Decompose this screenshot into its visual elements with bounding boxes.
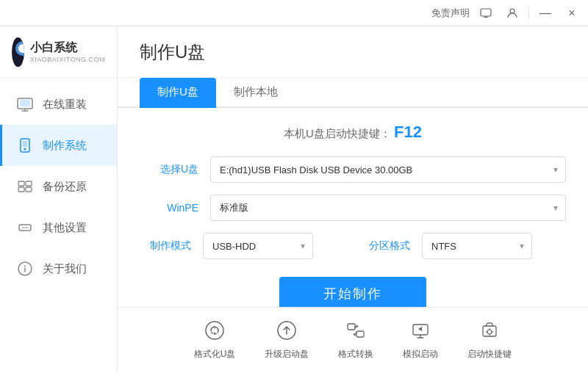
format-usb-icon (204, 320, 225, 344)
divider (528, 7, 529, 19)
toolbar-format-usb[interactable]: 格式化U盘 (194, 320, 236, 361)
content-area: 制作U盘 制作U盘 制作本地 本机U盘启动快捷键：F12 选择U盘 E:(hd1… (118, 26, 588, 373)
sidebar-item-about-us[interactable]: 关于我们 (0, 248, 117, 289)
window-controls: — × (476, 3, 582, 23)
winpe-row: WinPE 标准版 ▾ (140, 195, 566, 221)
title-bar: 免责声明 — × (0, 0, 588, 26)
make-system-icon (15, 135, 35, 156)
sidebar-label-online-reinstall: 在线重装 (43, 98, 87, 112)
toolbar-format-usb-label: 格式化U盘 (194, 348, 236, 361)
svg-rect-17 (356, 331, 364, 337)
svg-point-13 (24, 266, 26, 267)
winpe-label: WinPE (140, 202, 198, 214)
usb-select-value: E:(hd1)USB Flash Disk USB Device 30.00GB (220, 164, 412, 175)
toolbar-simulate-boot-label: 模拟启动 (403, 348, 438, 361)
logo-subtitle: XIAOBAIXITONG.COM (30, 56, 105, 63)
svg-rect-7 (18, 181, 24, 186)
svg-rect-16 (348, 324, 355, 330)
winpe-select-value: 标准版 (220, 201, 248, 214)
sidebar: 小白系统 XIAOBAIXITONG.COM 在线重装 制作系统 (0, 26, 118, 373)
logo-title: 小白系统 (30, 40, 105, 56)
logo-text: 小白系统 XIAOBAIXITONG.COM (30, 40, 105, 63)
close-button[interactable]: × (562, 3, 582, 23)
tab-make-local[interactable]: 制作本地 (216, 78, 295, 108)
partition-group: 分区格式 NTFS ▾ (359, 233, 566, 259)
bottom-toolbar: 格式化U盘 升级启动盘 格式转换 模拟启动 (118, 307, 588, 373)
toolbar-boot-shortcut[interactable]: 启动快捷键 (467, 320, 512, 361)
start-button[interactable]: 开始制作 (279, 277, 426, 311)
partition-dropdown-arrow: ▾ (520, 241, 524, 251)
page-header: 制作U盘 (118, 26, 588, 78)
simulate-boot-icon (410, 320, 431, 344)
shortcut-hint-text: 本机U盘启动快捷键： (284, 127, 391, 140)
toolbar-upgrade-boot[interactable]: 升级启动盘 (265, 320, 309, 361)
partition-select-control: NTFS ▾ (422, 233, 566, 259)
usb-select[interactable]: E:(hd1)USB Flash Disk USB Device 30.00GB… (210, 156, 566, 183)
toolbar-format-convert[interactable]: 格式转换 (338, 320, 373, 361)
svg-point-1 (510, 9, 514, 13)
toolbar-boot-shortcut-label: 启动快捷键 (467, 348, 512, 361)
usb-dropdown-arrow: ▾ (553, 164, 558, 175)
svg-rect-10 (26, 187, 32, 192)
backup-restore-icon (15, 176, 35, 197)
toolbar-format-convert-label: 格式转换 (338, 348, 373, 361)
toolbar-upgrade-boot-label: 升级启动盘 (265, 348, 309, 361)
about-us-icon (15, 258, 35, 279)
shortcut-key: F12 (394, 123, 422, 141)
online-reinstall-icon (15, 94, 35, 115)
winpe-select[interactable]: 标准版 ▾ (210, 195, 566, 221)
sidebar-item-make-system[interactable]: 制作系统 (0, 125, 117, 166)
sidebar-item-backup-restore[interactable]: 备份还原 (0, 166, 117, 207)
partition-select[interactable]: NTFS ▾ (422, 233, 532, 259)
svg-rect-3 (20, 100, 30, 106)
feedback-icon[interactable] (476, 3, 496, 23)
mode-select-value: USB-HDD (212, 241, 256, 252)
logo-area: 小白系统 XIAOBAIXITONG.COM (0, 26, 117, 78)
sidebar-label-other-settings: 其他设置 (43, 221, 87, 235)
svg-rect-0 (481, 9, 491, 16)
minimize-button[interactable]: — (535, 3, 556, 23)
mode-select-control: USB-HDD ▾ (203, 233, 347, 259)
partition-select-value: NTFS (431, 241, 456, 252)
svg-rect-5 (23, 141, 27, 147)
svg-rect-8 (18, 187, 24, 192)
tab-make-usb[interactable]: 制作U盘 (140, 78, 216, 108)
usb-label: 选择U盘 (140, 163, 198, 176)
app-body: 小白系统 XIAOBAIXITONG.COM 在线重装 制作系统 (0, 26, 588, 373)
svg-point-6 (24, 148, 26, 151)
sidebar-item-online-reinstall[interactable]: 在线重装 (0, 84, 117, 125)
other-settings-icon (15, 217, 35, 238)
svg-rect-9 (26, 181, 32, 186)
mode-select[interactable]: USB-HDD ▾ (203, 233, 313, 259)
mode-label: 制作模式 (140, 239, 191, 253)
upgrade-boot-icon (276, 320, 297, 344)
mode-dropdown-arrow: ▾ (301, 241, 305, 251)
boot-shortcut-icon (479, 320, 500, 344)
sidebar-label-backup-restore: 备份还原 (43, 180, 87, 194)
svg-point-14 (206, 322, 223, 339)
usb-row: 选择U盘 E:(hd1)USB Flash Disk USB Device 30… (140, 156, 566, 183)
tab-bar: 制作U盘 制作本地 (118, 78, 588, 108)
svg-point-20 (487, 330, 492, 334)
winpe-select-control: 标准版 ▾ (210, 195, 566, 221)
winpe-dropdown-arrow: ▾ (553, 203, 558, 213)
usb-select-control: E:(hd1)USB Flash Disk USB Device 30.00GB… (210, 156, 566, 183)
shortcut-hint: 本机U盘启动快捷键：F12 (140, 123, 566, 142)
sidebar-nav: 在线重装 制作系统 备份还原 其他设置 (0, 78, 117, 373)
page-title: 制作U盘 (140, 40, 205, 64)
toolbar-simulate-boot[interactable]: 模拟启动 (403, 320, 438, 361)
disclaimer-link[interactable]: 免责声明 (431, 7, 470, 20)
mode-group: 制作模式 USB-HDD ▾ (140, 233, 347, 259)
sidebar-label-make-system: 制作系统 (43, 139, 87, 153)
logo-icon (12, 37, 24, 67)
partition-label: 分区格式 (359, 239, 410, 253)
user-icon[interactable] (502, 3, 523, 23)
sidebar-item-other-settings[interactable]: 其他设置 (0, 207, 117, 248)
format-convert-icon (345, 320, 366, 344)
sidebar-label-about-us: 关于我们 (43, 262, 87, 276)
mode-partition-row: 制作模式 USB-HDD ▾ 分区格式 NTFS ▾ (140, 233, 566, 259)
